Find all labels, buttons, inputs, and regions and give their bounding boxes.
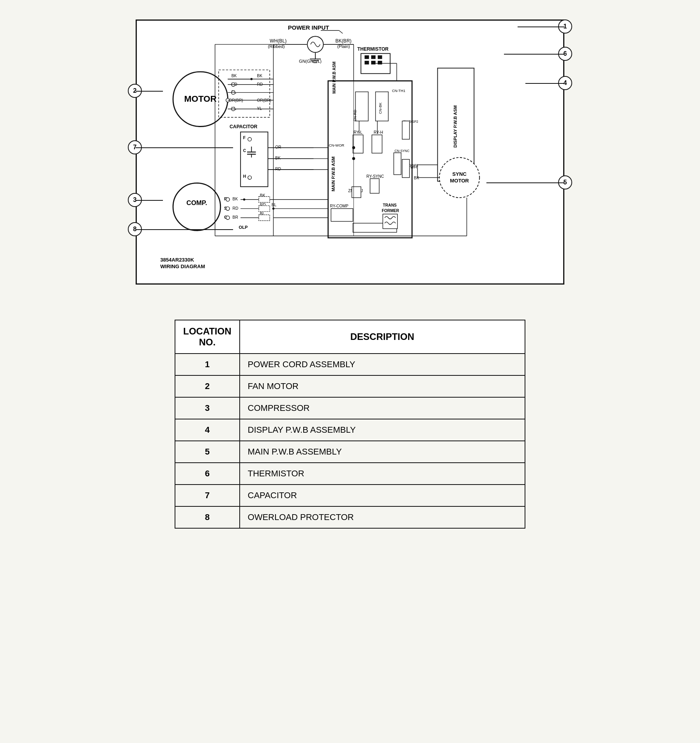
svg-point-61 bbox=[226, 198, 230, 201]
svg-text:(Ribbed): (Ribbed) bbox=[268, 44, 285, 49]
row-description-1: POWER CORD ASSEMBLY bbox=[240, 354, 525, 375]
svg-rect-98 bbox=[352, 187, 361, 198]
page-container: POWER INPUT WH(BL) (Ribbed) BK(BR) (Plai… bbox=[77, 12, 623, 529]
table-row: 6 THERMISTOR bbox=[175, 463, 525, 485]
svg-rect-100 bbox=[331, 209, 353, 221]
svg-text:BK: BK bbox=[414, 176, 419, 180]
svg-text:F: F bbox=[243, 136, 246, 140]
svg-rect-17 bbox=[364, 55, 369, 59]
svg-rect-111 bbox=[402, 159, 410, 178]
svg-rect-20 bbox=[364, 61, 369, 64]
svg-text:BK: BK bbox=[257, 74, 262, 78]
svg-text:MAIN P.W.B ASM: MAIN P.W.B ASM bbox=[332, 62, 336, 94]
legend-table: LOCATION NO. DESCRIPTION 1 POWER CORD AS… bbox=[175, 320, 525, 529]
svg-text:CN-BK: CN-BK bbox=[378, 102, 382, 114]
row-number-4: 4 bbox=[175, 419, 240, 441]
callout-1-line bbox=[518, 27, 564, 27]
callout-5-line bbox=[486, 182, 564, 183]
svg-text:OLP: OLP bbox=[239, 225, 248, 230]
svg-text:CN-TH1: CN-TH1 bbox=[392, 89, 405, 93]
row-description-5: MAIN P.W.B ASSEMBLY bbox=[240, 441, 525, 463]
svg-text:THERMISTOR: THERMISTOR bbox=[357, 46, 389, 52]
svg-text:BK: BK bbox=[232, 74, 237, 78]
row-description-4: DISPLAY P.W.B ASSEMBLY bbox=[240, 419, 525, 441]
wiring-diagram-box: POWER INPUT WH(BL) (Ribbed) BK(BR) (Plai… bbox=[136, 19, 564, 285]
svg-text:TRANS: TRANS bbox=[383, 203, 397, 207]
svg-text:C: C bbox=[243, 149, 246, 153]
svg-text:CAPACITOR: CAPACITOR bbox=[230, 124, 257, 129]
callout-6-line bbox=[504, 54, 564, 55]
svg-text:CN-SYNC: CN-SYNC bbox=[394, 149, 409, 153]
svg-text:SYNC: SYNC bbox=[453, 171, 467, 177]
svg-text:BK(BR): BK(BR) bbox=[336, 38, 352, 44]
svg-text:CN-WOR: CN-WOR bbox=[329, 143, 345, 147]
row-description-8: OWERLOAD PROTECTOR bbox=[240, 506, 525, 528]
svg-rect-22 bbox=[378, 61, 382, 64]
svg-text:RY-COMP: RY-COMP bbox=[330, 204, 349, 208]
callout-2-line bbox=[136, 91, 163, 92]
svg-text:RD: RD bbox=[275, 167, 281, 171]
table-row: 8 OWERLOAD PROTECTOR bbox=[175, 506, 525, 528]
table-row: 2 FAN MOTOR bbox=[175, 375, 525, 397]
svg-point-58 bbox=[173, 183, 221, 231]
svg-rect-26 bbox=[240, 132, 268, 187]
wiring-diagram-container: POWER INPUT WH(BL) (Ribbed) BK(BR) (Plai… bbox=[136, 12, 564, 304]
row-number-3: 3 bbox=[175, 397, 240, 419]
svg-text:BK: BK bbox=[233, 197, 238, 202]
svg-text:OR: OR bbox=[275, 145, 281, 149]
svg-text:MOTOR: MOTOR bbox=[184, 94, 217, 104]
svg-text:H: H bbox=[243, 174, 246, 179]
power-input-label: POWER INPUT bbox=[288, 24, 329, 31]
svg-text:BR: BR bbox=[233, 215, 238, 219]
svg-rect-19 bbox=[378, 55, 382, 59]
col-description-header: DESCRIPTION bbox=[240, 320, 525, 354]
row-description-3: COMPRESSOR bbox=[240, 397, 525, 419]
callout-4-line bbox=[525, 83, 564, 84]
svg-rect-76 bbox=[259, 206, 270, 212]
row-number-6: 6 bbox=[175, 463, 240, 485]
table-row: 7 CAPACITOR bbox=[175, 485, 525, 506]
table-row: 5 MAIN P.W.B ASSEMBLY bbox=[175, 441, 525, 463]
svg-rect-18 bbox=[371, 55, 375, 59]
svg-text:RY-SYNC: RY-SYNC bbox=[366, 174, 384, 179]
svg-rect-81 bbox=[259, 215, 270, 221]
svg-text:WH: WH bbox=[410, 165, 417, 169]
svg-rect-110 bbox=[402, 121, 410, 139]
svg-rect-96 bbox=[370, 179, 379, 193]
svg-rect-73 bbox=[259, 196, 270, 202]
svg-rect-92 bbox=[353, 135, 363, 153]
svg-text:WH(BL): WH(BL) bbox=[270, 38, 286, 44]
callout-3-line bbox=[136, 200, 163, 201]
svg-text:DISPLAY P.W.B ASM: DISPLAY P.W.B ASM bbox=[453, 105, 458, 147]
svg-rect-93 bbox=[372, 135, 382, 153]
svg-text:RY-H: RY-H bbox=[374, 130, 383, 134]
svg-text:(Plain): (Plain) bbox=[337, 44, 350, 49]
svg-point-67 bbox=[226, 216, 230, 219]
svg-text:MOTOR: MOTOR bbox=[450, 178, 469, 184]
svg-point-64 bbox=[226, 207, 230, 210]
svg-point-135 bbox=[352, 146, 355, 149]
svg-text:BK: BK bbox=[275, 156, 281, 160]
table-row: 3 COMPRESSOR bbox=[175, 397, 525, 419]
svg-point-35 bbox=[248, 176, 251, 179]
col-location-header: LOCATION NO. bbox=[175, 320, 240, 354]
row-description-6: THERMISTOR bbox=[240, 463, 525, 485]
row-number-7: 7 bbox=[175, 485, 240, 506]
row-description-2: FAN MOTOR bbox=[240, 375, 525, 397]
svg-point-71 bbox=[243, 198, 246, 201]
svg-text:WIRING DIAGRAM: WIRING DIAGRAM bbox=[160, 264, 205, 269]
location-no-header-line1: LOCATION bbox=[183, 326, 232, 336]
svg-text:BL: BL bbox=[272, 203, 277, 207]
svg-text:FORMER: FORMER bbox=[382, 209, 399, 213]
svg-rect-109 bbox=[394, 153, 401, 175]
svg-text:COMP.: COMP. bbox=[186, 199, 207, 207]
diagram-svg: POWER INPUT WH(BL) (Ribbed) BK(BR) (Plai… bbox=[137, 21, 563, 283]
row-number-8: 8 bbox=[175, 506, 240, 528]
table-row: 1 POWER CORD ASSEMBLY bbox=[175, 354, 525, 375]
svg-point-28 bbox=[248, 138, 251, 141]
row-number-1: 1 bbox=[175, 354, 240, 375]
table-row: 4 DISPLAY P.W.B ASSEMBLY bbox=[175, 419, 525, 441]
callout-7-line bbox=[136, 147, 233, 148]
callout-8-line bbox=[136, 229, 233, 230]
svg-rect-85 bbox=[355, 92, 368, 121]
